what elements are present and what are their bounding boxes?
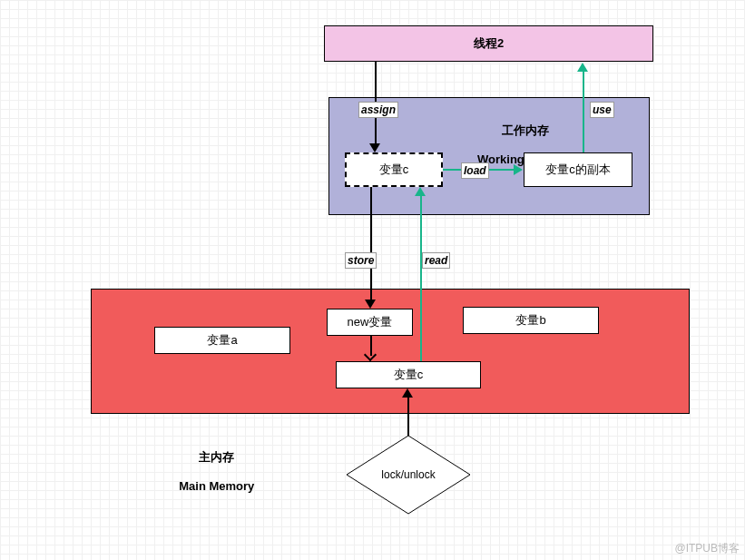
main-memory-title: 主内存 Main Memory [172,436,254,493]
watermark: @ITPUB博客 [674,541,740,556]
main-var-b: 变量b [463,307,599,334]
lock-diamond-wrap: lock/unlock [345,434,472,516]
edge-read-head [415,187,426,196]
edge-assign-head [369,143,380,152]
edge-lock-to-c-head [402,388,413,398]
edge-store [370,187,372,301]
working-var-c-copy: 变量c的副本 [524,152,632,187]
main-var-a: 变量a [154,327,290,354]
working-memory-title-cn: 工作内存 [502,123,549,137]
main-memory-title-en: Main Memory [179,479,254,493]
edge-assign-label: assign [358,102,398,118]
lock-label: lock/unlock [345,468,472,481]
edge-store-label: store [345,252,377,269]
edge-use-head [577,63,588,72]
edge-lock-to-c [407,396,409,436]
edge-store-head [365,300,376,309]
thread2-title: 线程2 [324,25,653,62]
working-var-c: 变量c [345,152,443,187]
main-var-c: 变量c [336,361,481,388]
edge-load-head [514,164,523,175]
edge-read [420,194,422,361]
main-new-var: new变量 [327,309,413,336]
edge-use [583,71,584,152]
main-memory-title-cn: 主内存 [199,450,234,464]
edge-read-label: read [422,252,450,269]
edge-load-label: load [461,162,489,179]
edge-use-label: use [590,102,614,118]
